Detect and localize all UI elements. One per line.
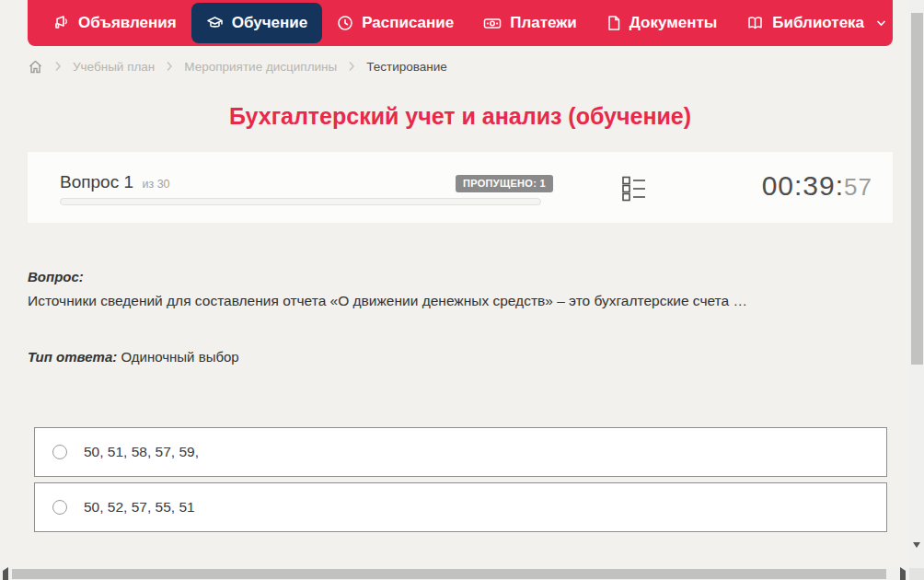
nav-item-label: Расписание xyxy=(362,14,454,32)
question-list-icon[interactable] xyxy=(622,176,646,205)
breadcrumb-item-testing: Тестирование xyxy=(366,60,447,74)
answer-type-value: Одиночный выбор xyxy=(121,349,238,365)
breadcrumb-item-curriculum[interactable]: Учебный план xyxy=(73,60,155,74)
breadcrumb-separator-icon xyxy=(166,61,173,72)
nav-item-label: Платежи xyxy=(510,14,577,32)
vertical-scrollbar-thumb[interactable] xyxy=(911,13,923,365)
nav-item-label: Объявления xyxy=(78,14,177,32)
book-icon xyxy=(746,15,764,31)
vertical-scrollbar[interactable] xyxy=(909,0,924,568)
answer-option-label: 50, 51, 58, 57, 59, xyxy=(84,444,199,460)
breadcrumb-separator-icon xyxy=(54,61,62,72)
horizontal-scrollbar-thumb[interactable] xyxy=(12,569,886,579)
scroll-left-arrow-icon[interactable] xyxy=(3,571,8,580)
chevron-down-icon xyxy=(876,19,886,27)
timer-hours-minutes: 00:39: xyxy=(762,170,844,201)
answer-type: Тип ответа: Одиночный выбор xyxy=(28,349,239,365)
nav-item-documents[interactable]: Документы xyxy=(592,0,733,46)
nav-item-label: Обучение xyxy=(232,14,307,32)
radio-button[interactable] xyxy=(52,500,67,515)
nav-item-schedule[interactable]: Расписание xyxy=(322,0,468,46)
timer-seconds: 57 xyxy=(844,173,872,201)
horizontal-scrollbar[interactable] xyxy=(0,568,909,580)
question-number: Вопрос 1 из 30 xyxy=(60,172,170,192)
nav-item-library[interactable]: Библиотека xyxy=(732,0,901,46)
question-total-label: из 30 xyxy=(142,178,169,191)
question-header-card: Вопрос 1 из 30 ПРОПУЩЕНО: 1 00:39:57 xyxy=(28,152,893,223)
radio-button[interactable] xyxy=(52,445,67,459)
scroll-down-arrow-icon[interactable] xyxy=(913,548,920,564)
clock-icon xyxy=(337,15,353,31)
home-icon[interactable] xyxy=(28,59,43,75)
main-navbar: Объявления Обучение Расписание xyxy=(28,0,893,46)
question-text: Источники сведений для составления отчет… xyxy=(28,293,856,309)
nav-item-label: Библиотека xyxy=(772,14,864,32)
document-icon xyxy=(606,15,621,31)
skipped-badge: ПРОПУЩЕНО: 1 xyxy=(456,175,553,192)
progress-bar xyxy=(60,198,541,205)
scrollbar-corner xyxy=(909,568,924,580)
banknote-icon xyxy=(483,15,502,31)
answer-type-label: Тип ответа: xyxy=(28,349,117,365)
answer-option-1[interactable]: 50, 51, 58, 57, 59, xyxy=(34,427,887,477)
nav-item-training[interactable]: Обучение xyxy=(191,3,322,43)
megaphone-icon xyxy=(53,15,70,31)
graduation-cap-icon xyxy=(206,15,224,31)
nav-item-announcements[interactable]: Объявления xyxy=(39,0,191,46)
nav-item-label: Документы xyxy=(629,14,718,32)
timer: 00:39:57 xyxy=(762,170,872,202)
question-heading: Вопрос: xyxy=(28,269,84,284)
breadcrumb-separator-icon xyxy=(348,61,355,72)
page-title: Бухгалтерский учет и анализ (обучение) xyxy=(28,103,893,130)
scroll-right-arrow-icon[interactable] xyxy=(900,571,906,580)
answer-option-label: 50, 52, 57, 55, 51 xyxy=(84,499,195,516)
breadcrumb: Учебный план Мероприятие дисциплины Тест… xyxy=(28,56,447,76)
nav-item-payments[interactable]: Платежи xyxy=(468,0,592,46)
breadcrumb-item-discipline-event[interactable]: Мероприятие дисциплины xyxy=(184,60,337,74)
question-number-label: Вопрос 1 xyxy=(60,172,133,191)
answer-option-2[interactable]: 50, 52, 57, 55, 51 xyxy=(34,482,887,532)
